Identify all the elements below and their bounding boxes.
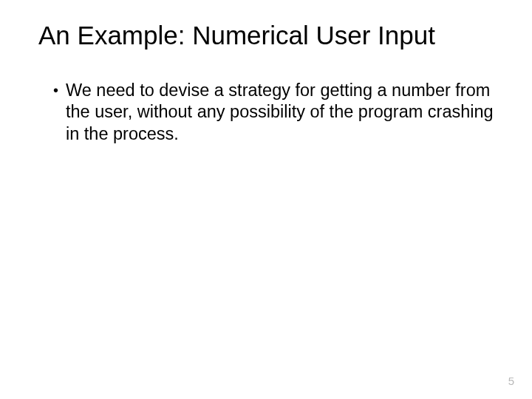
bullet-text: We need to devise a strategy for getting… bbox=[66, 80, 498, 145]
page-number: 5 bbox=[508, 375, 514, 387]
bullet-marker: • bbox=[53, 80, 58, 100]
slide-container: An Example: Numerical User Input • We ne… bbox=[0, 0, 532, 399]
slide-content: • We need to devise a strategy for getti… bbox=[34, 80, 498, 145]
bullet-item: • We need to devise a strategy for getti… bbox=[53, 80, 498, 145]
slide-title: An Example: Numerical User Input bbox=[34, 21, 498, 50]
